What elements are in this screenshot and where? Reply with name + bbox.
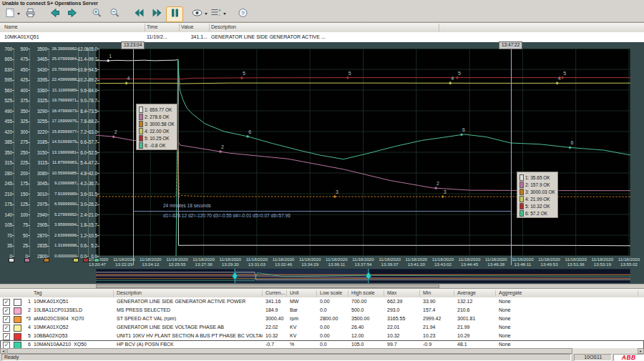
axis-tick-label: 18.47999973 [52,109,77,113]
dropdown-arrow-icon[interactable] [17,13,20,15]
help-icon: ? [237,7,249,21]
tooltip-value: 4: 21.99 OK [525,197,550,202]
scrollbar-thumb[interactable] [7,348,572,354]
svg-text:2: 2 [436,181,439,186]
scroll-left-arrow[interactable]: ◂ [0,348,6,354]
axis-tick-label: 5.2 [91,243,97,248]
column-divider[interactable] [179,24,180,31]
pen-col-aggregate[interactable]: Aggregate [499,290,638,297]
pen-col-average[interactable]: Average [457,290,496,297]
axis-tick-label: 7.2 [80,129,87,134]
print-button[interactable] [21,6,39,22]
pen-min: 157.4 [423,307,454,312]
pen-col-tag[interactable]: Tag [34,290,114,297]
axis-tick-label: 78.7 [89,98,97,103]
axis-tick [97,163,99,164]
pen-visible-checkbox[interactable]: ✓ [3,316,10,323]
zoom-out-button[interactable] [106,6,123,22]
tooltip-value: 5: 10.32 OK [525,204,550,209]
pen-col-curren-[interactable]: Curren... [265,290,287,297]
axis-tick-label: 15.7 [89,222,97,227]
pen-color-chip [519,182,524,188]
pen-color-chip [139,121,143,127]
trend-chart-panel: 12223334445555666 7006656305955605254904… [0,42,644,288]
axis-tick [47,214,49,215]
visibility-button[interactable] [190,6,208,22]
dropdown-arrow-icon[interactable] [205,13,208,15]
pen-col-description[interactable]: Description [117,290,263,297]
tooltip-line: 5: 10.25 OK [139,134,175,142]
axis-tick [28,152,30,153]
pen-row[interactable]: ✓410MKA01XQ52GENERATOR LINE SIDE VOLTAGE… [0,323,644,332]
pen-color-chip [519,203,524,209]
pen-col-max[interactable]: Max [387,290,420,297]
col-description[interactable]: Description [211,24,236,29]
zoom-out-icon [109,7,121,21]
scroll-forward-button[interactable] [148,6,165,22]
overview-range-selector[interactable] [96,269,630,283]
cursor-values-tooltip: 1: 659.77 OK2: 278.6 OK3: 3000.58 OK4: 2… [136,104,177,150]
pen-col-high-scale[interactable]: High scale [351,290,384,297]
svg-text:4: 4 [558,76,561,81]
status-bar: Ready 10OS11 ABB [0,354,644,361]
pen-row[interactable]: ✓510BBA02XQ53UNIT1 10KV HV PLANT SECTION… [0,332,644,340]
pen-visible-checkbox[interactable]: ✓ [3,325,10,332]
axis-tick [28,132,30,132]
trend-plot[interactable]: 12223334445555666 [96,49,630,259]
pen-visible-checkbox[interactable]: ✓ [3,307,10,315]
pen-row[interactable]: ✓*3aMAD20CS904_XQ70ST SPEED ACT VAL (rpm… [0,315,644,323]
axis-tick [28,49,30,49]
column-divider[interactable] [209,24,210,31]
col-name[interactable]: Name [4,24,18,29]
nav-forward-button[interactable] [64,6,81,22]
axis-tick [47,235,49,236]
pen-color-marker [44,258,49,262]
pen-unit: KV [290,333,317,338]
axis-tick [77,142,79,143]
watch-row[interactable]: 10MKA01XQ51 11/19/2... 341.1... GENERATO… [0,32,644,41]
pen-row[interactable]: ✓210LBA11CP013SELDMS PRESS SELECTED184.9… [0,306,644,315]
axis-tick [12,184,14,184]
pen-col-low-scale[interactable]: Low scale [320,290,348,297]
horizontal-scrollbar[interactable]: ◂ ▸ [0,348,644,354]
new-trend-button[interactable] [3,6,21,22]
axis-tick [77,256,79,257]
tooltip-line: 6: 57.2 OK [519,209,555,217]
axis-tick [47,184,49,184]
pen-col-unit[interactable]: Unit [290,290,317,297]
help-button[interactable]: ? [234,6,251,22]
pen-agg: None [499,342,638,347]
pen-visible-checkbox[interactable]: ✓ [3,299,10,306]
nav-back-button[interactable] [46,6,63,22]
axis-tick-label: 9.23999987 [54,181,77,185]
axis-tick-label: 6.0 [80,150,87,155]
col-time[interactable]: Time [147,24,157,29]
scale-options-button[interactable]: +- [209,6,227,22]
pen-color-marker [9,258,14,262]
dropdown-arrow-icon[interactable] [223,13,226,15]
pen-agg: None [499,316,638,321]
axis-tick-label: 2905 [37,222,47,227]
axis-tick-label: 25.07999984 [52,56,77,61]
trend-cursor[interactable] [511,49,512,265]
axis-tick-label: 3465 [37,56,47,61]
scroll-back-button[interactable] [130,6,147,22]
axis-tick-label: 420 [4,129,12,134]
pen-col-min[interactable]: Min [423,290,454,297]
zoom-in-button[interactable] [88,6,105,22]
column-divider[interactable] [145,24,145,31]
axis-tick [47,163,49,164]
axis-tick-label: 140 [4,212,12,217]
axis-tick [77,225,79,226]
pen-row[interactable]: ✓110MKA01XQ51GENERATOR LINE SIDE GENERAT… [0,297,644,306]
trend-cursor[interactable] [133,49,134,265]
axis-tick [47,256,49,257]
axis-tick-label: 455 [4,119,12,124]
scroll-right-arrow[interactable]: ▸ [638,348,644,354]
column-divider[interactable] [439,24,439,31]
pause-button[interactable] [166,6,183,22]
col-value[interactable]: Value [181,24,193,29]
watch-table: Name Time Value Description 10MKA01XQ51 … [0,22,644,43]
pen-min: 10.23 [423,333,454,338]
pen-visible-checkbox[interactable]: ✓ [3,333,10,340]
